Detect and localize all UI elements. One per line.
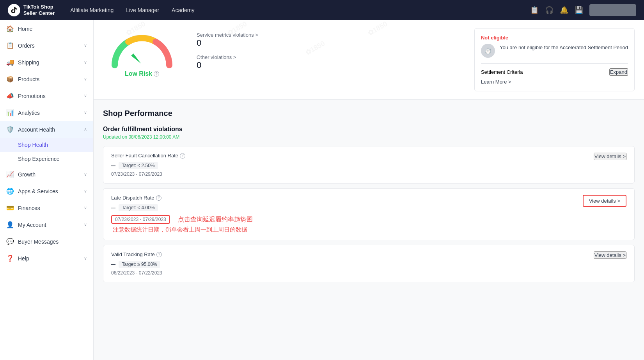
sidebar-item-promotions[interactable]: 📣 Promotions ∨ bbox=[0, 87, 93, 104]
settlement-desc: ⏱️ You are not eligible for the Accelera… bbox=[481, 44, 628, 58]
late-dispatch-bottom-annotation: 注意数据统计日期，罚单会看上周一到上周日的数据 bbox=[111, 226, 253, 233]
shipping-chevron: ∨ bbox=[84, 60, 87, 65]
metric-card-late-dispatch: Late Dispatch Rate ? – Target: < 4.00% 0… bbox=[103, 188, 635, 240]
analytics-icon: 📊 bbox=[6, 109, 14, 116]
learn-more-link[interactable]: Learn More > bbox=[481, 79, 628, 85]
metric-name-valid-tracking: Valid Tracking Rate ? bbox=[111, 251, 162, 257]
other-violation-count: 0 bbox=[197, 60, 258, 70]
sidebar-item-growth[interactable]: 📈 Growth ∨ bbox=[0, 166, 93, 183]
sidebar: 🏠 Home 📋 Orders ∨ 🚚 Shipping ∨ 📦 Product… bbox=[0, 20, 94, 360]
sidebar-label-analytics: Analytics bbox=[18, 110, 40, 116]
view-details-seller-fault[interactable]: View details > bbox=[594, 153, 626, 160]
sidebar-item-apps-services[interactable]: 🌐 Apps & Services ∨ bbox=[0, 183, 93, 200]
sidebar-label-finances: Finances bbox=[18, 205, 40, 211]
my-account-icon: 👤 bbox=[6, 221, 14, 228]
my-account-chevron: ∨ bbox=[84, 222, 87, 227]
account-health-chevron: ∧ bbox=[84, 127, 87, 132]
metric-header-seller-fault: Seller Fault Cancellation Rate ? – Targe… bbox=[111, 153, 626, 177]
tiktok-logo-icon bbox=[8, 4, 20, 16]
home-icon: 🏠 bbox=[6, 25, 14, 32]
logo[interactable]: TikTok Shop Seller Center bbox=[8, 4, 55, 16]
save-icon[interactable]: 💾 bbox=[575, 6, 583, 14]
not-eligible-badge: Not eligible bbox=[481, 35, 628, 41]
metric-value-row-seller-fault: – Target: < 2.50% bbox=[111, 161, 185, 170]
service-metrics-violation-link[interactable]: Service metrics violations > bbox=[197, 32, 258, 38]
metric-value-row-late-dispatch: – Target: < 4.00% bbox=[111, 203, 253, 212]
account-health-icon: 🛡️ bbox=[6, 126, 14, 133]
clipboard-icon[interactable]: 📋 bbox=[530, 6, 539, 14]
metric-header-late-dispatch: Late Dispatch Rate ? – Target: < 4.00% 0… bbox=[111, 195, 626, 233]
seller-fault-target: Target: < 2.50% bbox=[119, 162, 158, 169]
risk-info-icon[interactable]: ? bbox=[154, 71, 159, 77]
sidebar-item-home[interactable]: 🏠 Home bbox=[0, 20, 93, 37]
seller-fault-date: 07/23/2023 - 07/29/2023 bbox=[111, 171, 185, 177]
sidebar-sub-item-shop-health[interactable]: Shop Health bbox=[0, 138, 93, 152]
view-details-valid-tracking[interactable]: View details > bbox=[594, 251, 626, 259]
growth-icon: 📈 bbox=[6, 171, 14, 178]
settlement-criteria-label: Settlement Criteria bbox=[481, 69, 523, 75]
sidebar-label-growth: Growth bbox=[18, 171, 35, 178]
orders-icon: 📋 bbox=[6, 42, 14, 49]
violation-item-0: Service metrics violations > 0 bbox=[197, 32, 258, 48]
metric-name-late-dispatch: Late Dispatch Rate ? bbox=[111, 195, 253, 201]
help-chevron: ∨ bbox=[84, 256, 87, 261]
finances-icon: 💳 bbox=[6, 204, 14, 212]
sidebar-label-account-health: Account Health bbox=[18, 127, 55, 133]
metric-card-seller-fault: Seller Fault Cancellation Rate ? – Targe… bbox=[103, 146, 635, 184]
watermark-4: ✿1850 bbox=[366, 20, 389, 37]
sidebar-item-my-account[interactable]: 👤 My Account ∨ bbox=[0, 216, 93, 233]
other-violation-link[interactable]: Other violations > bbox=[197, 54, 258, 60]
late-dispatch-info-icon[interactable]: ? bbox=[156, 195, 161, 201]
top-section: ✿1850 ✿1850 ✿1850 ✿1850 bbox=[94, 20, 644, 100]
sidebar-item-buyer-messages[interactable]: 💬 Buyer Messages bbox=[0, 233, 93, 250]
headset-icon[interactable]: 🎧 bbox=[545, 6, 554, 14]
sidebar-label-orders: Orders bbox=[18, 43, 35, 49]
sidebar-label-shipping: Shipping bbox=[18, 59, 39, 66]
violation-item-1: Other violations > 0 bbox=[197, 54, 258, 70]
late-dispatch-date: 07/23/2023 - 07/29/2023 bbox=[111, 215, 170, 224]
order-fulfillment-section: Order fulfillment violations Updated on … bbox=[103, 126, 635, 282]
top-nav-links: Affiliate Marketing Live Manager Academy bbox=[70, 7, 530, 13]
sidebar-item-account-health[interactable]: 🛡️ Account Health ∧ bbox=[0, 121, 93, 138]
sidebar-label-buyer-messages: Buyer Messages bbox=[18, 239, 59, 245]
sidebar-item-shipping[interactable]: 🚚 Shipping ∨ bbox=[0, 54, 93, 71]
nav-live-manager[interactable]: Live Manager bbox=[126, 7, 159, 13]
sidebar-item-analytics[interactable]: 📊 Analytics ∨ bbox=[0, 104, 93, 121]
metric-card-valid-tracking: Valid Tracking Rate ? – Target: ≥ 95.00%… bbox=[103, 245, 635, 282]
products-chevron: ∨ bbox=[84, 77, 87, 82]
shipping-icon: 🚚 bbox=[6, 59, 14, 66]
sidebar-label-promotions: Promotions bbox=[18, 93, 46, 99]
gauge-chart bbox=[107, 28, 177, 67]
expand-button[interactable]: Expand bbox=[609, 68, 628, 76]
late-dispatch-target: Target: < 4.00% bbox=[119, 204, 158, 211]
metric-name-seller-fault: Seller Fault Cancellation Rate ? bbox=[111, 153, 185, 159]
bell-icon[interactable]: 🔔 bbox=[560, 6, 568, 14]
risk-label: Low Risk ? bbox=[125, 70, 159, 77]
sidebar-item-help[interactable]: ❓ Help ∨ bbox=[0, 250, 93, 267]
sidebar-item-products[interactable]: 📦 Products ∨ bbox=[0, 71, 93, 87]
growth-chevron: ∨ bbox=[84, 172, 87, 177]
view-details-late-dispatch[interactable]: View details > bbox=[583, 195, 626, 207]
finances-chevron: ∨ bbox=[84, 205, 87, 210]
sidebar-label-apps-services: Apps & Services bbox=[18, 188, 58, 194]
apps-chevron: ∨ bbox=[84, 189, 87, 194]
nav-academy[interactable]: Academy bbox=[172, 7, 194, 13]
sidebar-sub-item-shop-experience[interactable]: Shop Experience bbox=[0, 152, 93, 166]
metric-value-row-valid-tracking: – Target: ≥ 95.00% bbox=[111, 260, 162, 269]
top-nav: TikTok Shop Seller Center Affiliate Mark… bbox=[0, 0, 644, 20]
top-nav-right: 📋 🎧 🔔 💾 bbox=[530, 4, 636, 16]
shop-performance-section: Shop Performance Order fulfillment viola… bbox=[94, 100, 644, 296]
violations-area: Service metrics violations > 0 Other vio… bbox=[197, 28, 258, 91]
sidebar-item-finances[interactable]: 💳 Finances ∨ bbox=[0, 200, 93, 216]
late-dispatch-dash: – bbox=[111, 203, 115, 212]
sidebar-label-home: Home bbox=[18, 26, 32, 32]
user-avatar[interactable] bbox=[589, 4, 636, 16]
order-fulfillment-title: Order fulfillment violations bbox=[103, 126, 635, 133]
seller-fault-info-icon[interactable]: ? bbox=[180, 153, 185, 159]
valid-tracking-info-icon[interactable]: ? bbox=[156, 252, 162, 257]
settlement-icon: ⏱️ bbox=[481, 44, 495, 58]
nav-affiliate-marketing[interactable]: Affiliate Marketing bbox=[70, 7, 114, 13]
seller-fault-dash: – bbox=[111, 161, 115, 170]
sidebar-item-orders[interactable]: 📋 Orders ∨ bbox=[0, 37, 93, 54]
gauge-area: Low Risk ? bbox=[103, 28, 181, 91]
